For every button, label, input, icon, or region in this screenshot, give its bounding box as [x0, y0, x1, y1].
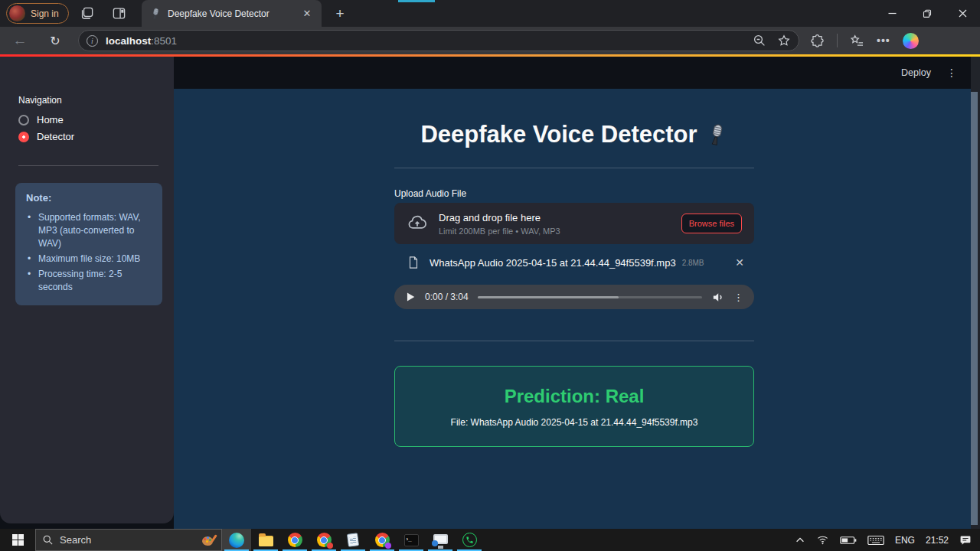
chrome-icon — [288, 533, 302, 547]
dropzone-limit: Limit 200MB per file • WAV, MP3 — [439, 227, 560, 236]
screen: Sign in Deepfake Voice Detector ✕ + — [0, 0, 980, 551]
whatsapp-icon — [462, 533, 477, 547]
tab-title: Deepfake Voice Detector — [168, 8, 294, 19]
streamlit-header: Deploy ⋮ — [174, 57, 971, 89]
search-highlight-palette-icon — [202, 534, 215, 546]
tray-chevron-icon[interactable] — [789, 529, 811, 551]
browse-files-button[interactable]: Browse files — [681, 214, 742, 233]
language-indicator[interactable]: ENG — [890, 529, 920, 551]
taskbar-app-whatsapp[interactable] — [455, 529, 484, 551]
avatar — [9, 5, 25, 21]
toolbar-right: ••• — [810, 33, 919, 49]
clock[interactable]: 21:52 — [920, 529, 954, 551]
taskbar-app-notepad[interactable] — [338, 529, 368, 551]
window-controls — [874, 0, 980, 27]
play-button[interactable] — [405, 292, 416, 302]
taskbar-app-command-prompt[interactable]: ›_ — [397, 529, 426, 551]
close-button[interactable] — [945, 0, 980, 27]
taskbar-app-chrome-profile-2[interactable] — [309, 529, 338, 551]
scrollbar-track[interactable] — [971, 57, 980, 529]
buffered-bar — [478, 296, 619, 298]
restore-button[interactable] — [910, 0, 945, 27]
taskbar-app-edge[interactable] — [222, 529, 251, 551]
action-center-icon[interactable] — [954, 529, 977, 551]
taskbar-app-chrome-profile-3[interactable] — [368, 529, 397, 551]
page-title: Deepfake Voice Detector — [394, 121, 754, 148]
accent-strip — [398, 0, 435, 2]
browser-tab[interactable]: Deepfake Voice Detector ✕ — [142, 0, 322, 27]
wifi-icon[interactable] — [811, 529, 835, 551]
volume-icon[interactable] — [711, 291, 724, 304]
note-item: Maximum file size: 10MB — [26, 253, 152, 266]
tab-actions-icon[interactable] — [112, 6, 126, 21]
audio-player: 0:00 / 3:04 ⋮ — [394, 285, 754, 309]
player-menu-icon[interactable]: ⋮ — [733, 292, 743, 303]
divider — [394, 168, 754, 168]
note-item: Processing time: 2-5 seconds — [26, 268, 152, 294]
favorites-bar-icon[interactable] — [850, 34, 864, 48]
radio-unselected-icon — [18, 115, 29, 126]
search-placeholder: Search — [60, 534, 196, 546]
command-prompt-icon: ›_ — [404, 534, 419, 546]
battery-icon[interactable] — [835, 529, 862, 551]
taskbar: Search ›_ — [0, 529, 980, 551]
favorite-star-icon[interactable] — [777, 34, 791, 47]
taskbar-search[interactable]: Search — [35, 529, 222, 551]
taskbar-app-file-explorer[interactable] — [251, 529, 280, 551]
tab-close-icon[interactable]: ✕ — [300, 7, 314, 21]
note-list: Supported formats: WAV, MP3 (auto-conver… — [26, 211, 152, 294]
cloud-upload-icon — [407, 213, 428, 234]
taskbar-app-remote-desktop[interactable] — [426, 529, 455, 551]
refresh-button[interactable]: ↻ — [44, 30, 66, 51]
remove-file-icon[interactable]: ✕ — [731, 254, 748, 271]
prediction-file-line: File: WhatsApp Audio 2025-04-15 at 21.44… — [451, 417, 698, 428]
sidebar-divider — [18, 165, 158, 166]
settings-menu-icon[interactable]: ••• — [877, 34, 890, 47]
search-icon — [42, 534, 54, 546]
note-item: Supported formats: WAV, MP3 (auto-conver… — [26, 211, 152, 250]
uploaded-file-row: WhatsApp Audio 2025-04-15 at 21.44.44_94… — [394, 253, 754, 272]
note-box: Note: Supported formats: WAV, MP3 (auto-… — [15, 183, 162, 305]
scrollbar-thumb[interactable] — [971, 92, 978, 525]
radio-option-detector[interactable]: Detector — [18, 130, 162, 143]
note-title: Note: — [26, 192, 152, 204]
content-column: Deepfake Voice Detector Upload Audio Fil… — [394, 89, 754, 447]
seek-bar[interactable] — [478, 296, 702, 298]
file-dropzone[interactable]: Drag and drop file here Limit 200MB per … — [394, 203, 754, 244]
notepad-icon — [347, 533, 359, 547]
system-tray: ENG 21:52 — [789, 529, 980, 551]
workspaces-icon[interactable] — [80, 6, 94, 21]
address-bar[interactable]: i localhost:8501 — [78, 30, 799, 51]
edge-icon — [229, 533, 244, 548]
radio-option-home[interactable]: Home — [18, 113, 162, 126]
site-info-icon[interactable]: i — [87, 35, 98, 47]
upload-section-label: Upload Audio File — [394, 188, 754, 199]
copilot-icon[interactable] — [903, 33, 919, 49]
uploaded-file-name: WhatsApp Audio 2025-04-15 at 21.44.44_94… — [430, 257, 676, 269]
remote-desktop-icon — [433, 534, 448, 544]
file-explorer-icon — [259, 536, 273, 546]
signin-label: Sign in — [31, 8, 59, 19]
deploy-button[interactable]: Deploy — [901, 67, 931, 78]
zoom-out-icon[interactable] — [753, 34, 766, 47]
navigation-radio-group: Home Detector — [18, 113, 162, 143]
dropzone-instruction: Drag and drop file here — [439, 212, 560, 223]
dropzone-text: Drag and drop file here Limit 200MB per … — [439, 212, 560, 236]
url-text: localhost:8501 — [106, 35, 177, 47]
navigation-label: Navigation — [18, 95, 162, 106]
extensions-icon[interactable] — [810, 34, 825, 48]
app-menu-icon[interactable]: ⋮ — [946, 67, 957, 79]
touch-keyboard-icon[interactable] — [862, 529, 890, 551]
uploaded-file-size: 2.8MB — [682, 259, 704, 267]
microphone-emoji-icon — [705, 123, 728, 146]
start-button[interactable] — [0, 529, 35, 551]
new-tab-button[interactable]: + — [331, 5, 349, 23]
radio-selected-icon — [18, 132, 29, 142]
taskbar-app-chrome[interactable] — [280, 529, 309, 551]
player-time: 0:00 / 3:04 — [425, 292, 469, 302]
profile-signin-button[interactable]: Sign in — [6, 3, 69, 24]
streamlit-app: Deploy ⋮ Deepfake Voice Detector Upl — [0, 57, 980, 529]
back-button[interactable]: ← — [9, 30, 31, 51]
divider — [394, 341, 754, 341]
minimize-button[interactable] — [874, 0, 910, 27]
